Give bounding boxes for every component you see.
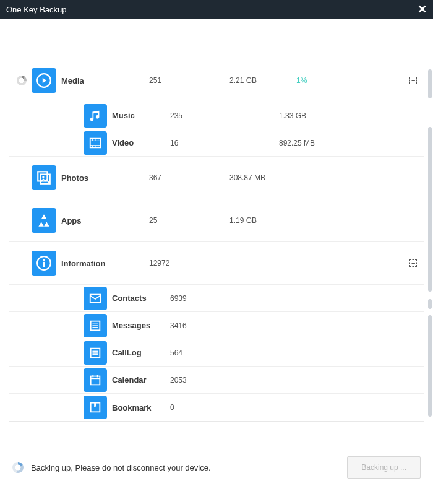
category-row-media[interactable]: Media2512.21 GB1%‒ [9,59,424,102]
subcategory-label: Calendar [112,375,147,385]
spinner-icon [17,76,27,85]
subcategory-label: Music [112,111,135,120]
subcategory-count: 235 [170,111,220,120]
category-size: 308.87 MB [229,173,298,182]
subcategory-count: 6939 [170,294,220,303]
backup-button[interactable]: Backing up ... [347,456,421,479]
calendar-icon [84,368,107,392]
subcategory-label: Bookmark [112,403,152,412]
footer: Backing up, Please do not disconnect you… [0,452,433,483]
category-row-photos[interactable]: Photos367308.87 MB [9,157,424,199]
subcategory-row-calendar[interactable]: Calendar2053 [9,367,424,394]
messages-icon [84,314,107,337]
category-label: Information [61,259,106,268]
minus-icon: ‒ [409,77,417,84]
apps-icon [32,208,56,233]
category-count: 251 [149,76,199,85]
subcategory-count: 564 [170,349,220,357]
category-row-apps[interactable]: Apps251.19 GB [9,199,424,242]
scrollbar-segment[interactable] [428,69,432,98]
subcategory-size: 892.25 MB [279,139,347,147]
scrollbar-segment[interactable] [428,315,432,417]
photos-icon [32,165,56,190]
subcategory-count: 3416 [170,321,220,330]
subcategory-label: Contacts [112,293,147,303]
category-percent: 1% [296,76,333,85]
category-label: Photos [61,173,88,183]
subcategory-size: 1.33 GB [279,111,347,120]
subcategory-label: CallLog [112,348,142,357]
subcategory-count: 2053 [170,376,220,385]
category-count: 367 [149,173,199,182]
collapse-toggle[interactable]: ‒ [409,259,418,267]
content-area: Media2512.21 GB1%‒Music2351.33 GBVideo16… [0,19,433,504]
subcategory-row-bookmark[interactable]: Bookmark0 [9,394,424,421]
video-icon [84,131,107,155]
spinner-icon [12,462,24,473]
info-icon [32,251,56,276]
category-count: 12972 [149,259,199,267]
scrollbar-segment[interactable] [428,299,432,309]
category-label: Media [61,76,84,85]
subcategory-count: 0 [170,403,220,412]
subcategory-row-calllog[interactable]: CallLog564 [9,339,424,367]
calllog-icon [84,341,107,365]
subcategory-count: 16 [170,139,220,147]
close-icon[interactable]: ✕ [418,4,427,15]
category-count: 25 [149,216,199,225]
collapse-toggle[interactable]: ‒ [409,76,418,85]
subcategory-row-music[interactable]: Music2351.33 GB [9,102,424,129]
music-icon [84,104,107,128]
status-text: Backing up, Please do not disconnect you… [31,463,211,472]
subcategory-row-video[interactable]: Video16892.25 MB [9,129,424,157]
subcategory-label: Video [112,138,134,147]
window-title: One Key Backup [6,5,67,14]
subcategory-label: Messages [112,321,150,330]
category-row-information[interactable]: Information12972‒ [9,242,424,285]
play-icon [32,68,56,93]
category-size: 2.21 GB [229,76,298,85]
category-label: Apps [61,216,82,225]
title-bar: One Key Backup ✕ [0,0,433,19]
contacts-icon [84,287,107,310]
scrollbar-segment[interactable] [428,127,432,292]
category-list: Media2512.21 GB1%‒Music2351.33 GBVideo16… [9,59,424,422]
subcategory-row-messages[interactable]: Messages3416 [9,312,424,339]
subcategory-row-contacts[interactable]: Contacts6939 [9,285,424,312]
bookmark-icon [84,396,107,419]
category-size: 1.19 GB [229,216,298,225]
minus-icon: ‒ [409,259,417,267]
